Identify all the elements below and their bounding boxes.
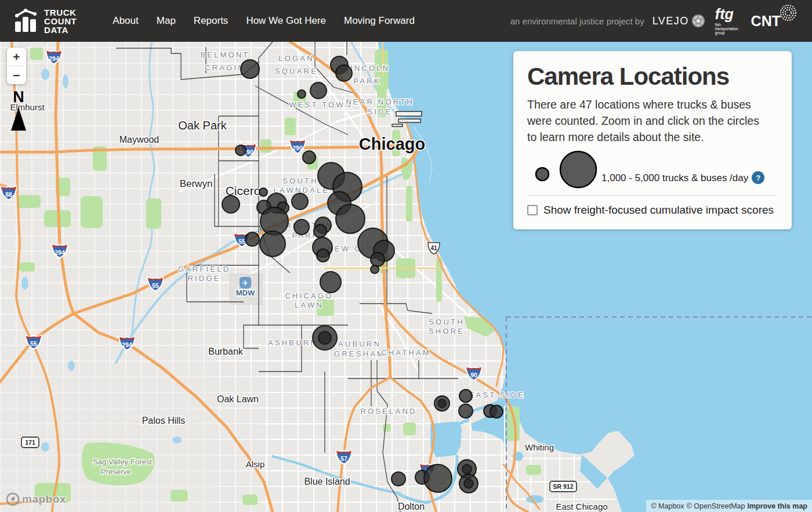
nav-how-we-got-here[interactable]: How We Got Here — [246, 15, 326, 27]
neighborhood-label: LAWN — [295, 301, 324, 309]
neighborhood-label: CHATHAM — [381, 348, 431, 357]
svg-text:90: 90 — [470, 372, 477, 378]
camera-location-circle[interactable] — [298, 90, 306, 98]
place-label: Oak Park — [178, 119, 227, 132]
camera-location-circle[interactable] — [222, 196, 240, 213]
tagline: an environmental justice project by — [510, 16, 644, 26]
neighborhood-label: EAST SIDE — [469, 391, 525, 399]
cnt-icon — [780, 4, 797, 21]
camera-location-circle-inner[interactable] — [462, 464, 472, 474]
zoom-out-button[interactable]: − — [7, 66, 26, 84]
svg-text:88: 88 — [5, 191, 12, 198]
camera-location-circle[interactable] — [459, 404, 473, 418]
place-label: East Chicago — [556, 502, 607, 511]
mapbox-attribution-link[interactable]: © Mapbox — [651, 502, 684, 510]
svg-text:294: 294 — [49, 55, 59, 62]
mapbox-watermark[interactable]: mapbox — [6, 492, 66, 506]
north-arrow-triangle — [11, 107, 26, 131]
nav-moving-forward[interactable]: Moving Forward — [344, 15, 415, 27]
svg-text:✈: ✈ — [242, 279, 249, 287]
camera-location-circle-inner[interactable] — [318, 331, 331, 344]
camera-location-circle-inner[interactable] — [464, 479, 473, 488]
svg-text:290: 290 — [292, 145, 303, 152]
camera-location-circle[interactable] — [259, 188, 267, 196]
camera-location-circle[interactable] — [303, 151, 316, 164]
svg-text:55: 55 — [238, 238, 245, 245]
camera-location-circle[interactable] — [336, 204, 365, 233]
svg-text:294: 294 — [122, 341, 132, 348]
neighborhood-label: AUBURN — [338, 340, 381, 348]
route-shield-SR912: SR 912 — [550, 481, 577, 492]
park-label: Preserve — [101, 467, 131, 476]
mapbox-logo-icon — [6, 492, 20, 506]
camera-location-circle-inner[interactable] — [438, 399, 446, 408]
camera-location-circle[interactable] — [317, 249, 329, 262]
camera-location-circle[interactable] — [245, 232, 259, 246]
camera-location-circle[interactable] — [260, 231, 285, 257]
impact-scores-checkbox[interactable] — [527, 205, 538, 215]
camera-location-circle[interactable] — [320, 272, 341, 293]
nav-about[interactable]: About — [113, 15, 138, 27]
place-label: Maywood — [119, 135, 159, 145]
camera-location-circle[interactable] — [241, 60, 259, 78]
lvejo-icon — [691, 13, 706, 28]
neighborhood-label: RIDGE — [187, 274, 220, 283]
camera-location-circle[interactable] — [371, 265, 379, 273]
camera-location-circle[interactable] — [310, 82, 327, 99]
place-label: Burbank — [208, 347, 244, 356]
improve-map-link[interactable]: Improve this map — [748, 502, 808, 510]
neighborhood-label: BELMONT — [200, 51, 249, 59]
camera-location-circle[interactable] — [490, 405, 503, 418]
camera-location-circle[interactable] — [314, 225, 327, 237]
svg-text:55: 55 — [30, 340, 37, 347]
help-button[interactable]: ? — [752, 171, 764, 184]
camera-location-circle[interactable] — [235, 145, 246, 156]
truck-count-data-logo[interactable]: TRUCK COUNT DATA — [14, 6, 77, 35]
osm-attribution-link[interactable]: © OpenStreetMap — [687, 502, 745, 510]
camera-location-circle[interactable] — [371, 253, 385, 266]
ftg-logo[interactable]: ftg fish transportation group — [715, 7, 738, 35]
svg-text:SR 912: SR 912 — [553, 483, 573, 490]
neighborhood-label: WEST TOWN — [289, 100, 353, 109]
nav-reports[interactable]: Reports — [194, 15, 229, 27]
route-shield-171: 171 — [21, 437, 39, 448]
place-label: Chicago — [359, 135, 425, 153]
svg-text:57: 57 — [340, 455, 347, 462]
cnt-logo[interactable]: CNT — [751, 13, 797, 30]
panel-description: There are 47 locations where trucks & bu… — [527, 96, 768, 145]
legend-circles — [527, 150, 599, 192]
neighborhood-label: SQUARE — [275, 67, 318, 75]
place-label: Dolton — [398, 502, 425, 511]
airport-label: MDW — [236, 289, 255, 297]
place-label: Palos Hills — [142, 416, 186, 426]
legend-label: 1,000 - 5,000 trucks & buses /day — [601, 172, 748, 184]
neighborhood-label: CHICAGO — [285, 291, 333, 300]
camera-location-circle[interactable] — [292, 193, 308, 210]
neighborhood-label: LOGAN — [278, 54, 314, 63]
neighborhood-label: SIDE — [367, 107, 392, 116]
place-label: Oak Lawn — [217, 394, 259, 404]
neighborhood-label: ROSELAND — [360, 407, 416, 416]
camera-location-circle[interactable] — [336, 65, 352, 81]
zoom-in-button[interactable]: + — [7, 48, 26, 66]
panel-title: Camera Locations — [527, 63, 778, 91]
camera-location-circle[interactable] — [392, 472, 405, 486]
top-navigation-bar: TRUCK COUNT DATA AboutMapReportsHow We G… — [0, 0, 812, 42]
neighborhood-label: GARFIELD — [178, 265, 231, 273]
place-label: Whiting — [525, 442, 554, 452]
place-label: Blue Island — [304, 477, 350, 486]
truck-chart-icon — [14, 6, 38, 35]
map-attribution: © Mapbox © OpenStreetMap Improve this ma… — [646, 500, 812, 512]
lvejo-logo[interactable]: LVEJO — [652, 13, 715, 28]
neighborhood-label: SHORE — [429, 327, 465, 336]
main-nav: AboutMapReportsHow We Got HereMoving For… — [113, 15, 415, 27]
neighborhood-label: SOUTH — [282, 176, 318, 185]
svg-text:294: 294 — [55, 249, 65, 256]
nav-map[interactable]: Map — [157, 15, 176, 27]
camera-location-circle[interactable] — [459, 390, 472, 402]
truck-count-data-app: 2942942942902908855555557909441171SR 912… — [0, 0, 812, 512]
camera-location-circle[interactable] — [294, 219, 309, 235]
camera-location-circle[interactable] — [424, 464, 452, 492]
place-label: Berwyn — [180, 178, 213, 189]
impact-scores-label: Show freight-focused cumulative impact s… — [543, 204, 774, 217]
